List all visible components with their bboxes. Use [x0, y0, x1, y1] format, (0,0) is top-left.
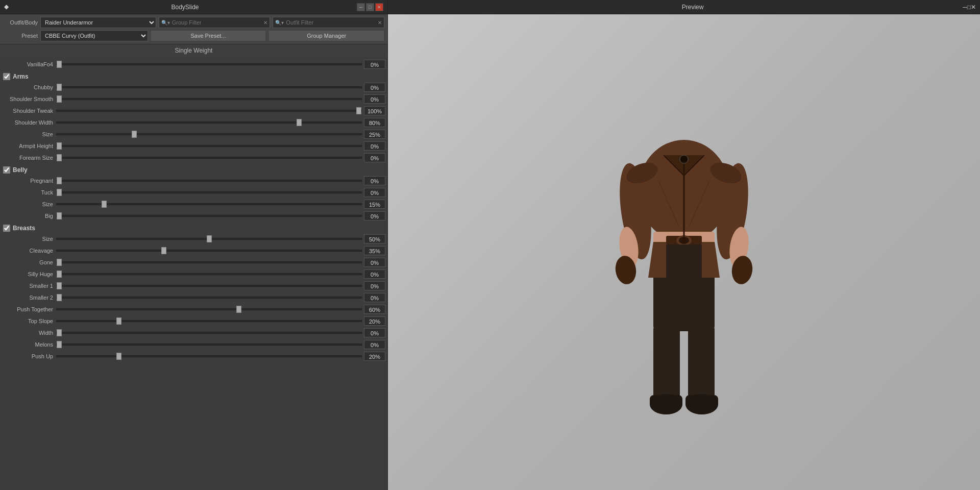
slider-track-forearm-size [56, 154, 362, 162]
slider-input-tuck[interactable] [56, 189, 362, 196]
slider-row-tuck: Tuck 0% [1, 187, 385, 198]
slider-input-armpit-height[interactable] [56, 142, 362, 150]
slider-input-push-up[interactable] [56, 353, 362, 360]
group-filter-input[interactable] [172, 19, 262, 26]
slider-row-armpit-height: Armpit Height 0% [1, 140, 385, 152]
slider-value-arms-size: 25% [364, 130, 385, 139]
slider-input-pregnant[interactable] [56, 177, 362, 184]
slider-label-melons: Melons [1, 341, 56, 348]
slider-value-shoulder-tweak: 100% [364, 106, 385, 115]
slider-row-smaller2: Smaller 2 0% [1, 292, 385, 303]
group-header-belly: Belly [1, 165, 385, 175]
slider-label-arms-size: Size [1, 131, 56, 137]
slider-input-chubby[interactable] [56, 84, 362, 91]
slider-track-armpit-height [56, 142, 362, 150]
slider-input-shoulder-smooth[interactable] [56, 95, 362, 103]
group-manager-button[interactable]: Group Manager [268, 30, 384, 41]
slider-row-vanillafo4: VanillaFo4 0% [1, 59, 385, 70]
slider-row-gone: Gone 0% [1, 257, 385, 268]
slider-value-armpit-height: 0% [364, 141, 385, 151]
left-panel: ◆ BodySlide ─ □ ✕ Outfit/Body Raider Und… [0, 0, 388, 490]
slider-track-gone [56, 258, 362, 266]
slider-track-push-up [56, 352, 362, 360]
right-panel: Preview ─ □ ✕ [388, 0, 980, 490]
slider-input-shoulder-tweak[interactable] [56, 107, 362, 114]
group-checkbox-belly[interactable] [3, 166, 10, 174]
slider-row-big: Big 0% [1, 210, 385, 222]
slider-track-shoulder-smooth [56, 95, 362, 103]
slider-track-breasts-size [56, 235, 362, 243]
slider-track-pregnant [56, 177, 362, 185]
preview-minimize-button[interactable]: ─ [963, 4, 967, 11]
slider-value-chubby: 0% [364, 83, 385, 92]
slider-input-top-slope[interactable] [56, 317, 362, 325]
outfit-filter-input[interactable] [286, 19, 376, 26]
slider-track-smaller2 [56, 293, 362, 302]
slider-input-vanillafo4[interactable] [56, 61, 362, 68]
slider-row-push-up: Push Up 20% [1, 351, 385, 362]
slider-input-push-together[interactable] [56, 306, 362, 313]
slider-row-chubby: Chubby 0% [1, 82, 385, 93]
close-button[interactable]: ✕ [375, 3, 383, 11]
group-header-breasts: Breasts [1, 223, 385, 233]
slider-input-smaller2[interactable] [56, 294, 362, 301]
slider-label-shoulder-width: Shoulder Width [1, 119, 56, 126]
preset-select[interactable]: CBBE Curvy (Outfit) [40, 30, 148, 41]
outfit-select[interactable]: Raider Underarmor [40, 17, 156, 28]
slider-label-forearm-size: Forearm Size [1, 155, 56, 161]
slider-value-forearm-size: 0% [364, 153, 385, 162]
character-svg [587, 74, 781, 431]
slider-row-melons: Melons 0% [1, 339, 385, 350]
slider-row-push-together: Push Together 60% [1, 304, 385, 315]
slider-label-cleavage: Cleavage [1, 248, 56, 254]
svg-point-19 [680, 155, 688, 163]
outfit-filter-clear[interactable]: ✕ [376, 20, 384, 26]
slider-label-silly-huge: Silly Huge [1, 271, 56, 277]
win-controls: ─ □ ✕ [356, 3, 383, 11]
slider-input-shoulder-width[interactable] [56, 119, 362, 126]
minimize-button[interactable]: ─ [357, 3, 365, 11]
group-checkbox-breasts[interactable] [3, 225, 10, 232]
restore-button[interactable]: □ [366, 3, 374, 11]
slider-input-melons[interactable] [56, 341, 362, 348]
slider-value-gone: 0% [364, 258, 385, 267]
slider-row-smaller1: Smaller 1 0% [1, 280, 385, 291]
slider-track-shoulder-tweak [56, 107, 362, 115]
slider-track-big [56, 212, 362, 220]
slider-value-width: 0% [364, 328, 385, 337]
slider-row-silly-huge: Silly Huge 0% [1, 268, 385, 280]
slider-row-cleavage: Cleavage 35% [1, 245, 385, 256]
slider-input-belly-size[interactable] [56, 201, 362, 208]
slider-value-breasts-size: 50% [364, 234, 385, 243]
group-filter-clear[interactable]: ✕ [261, 20, 270, 26]
slider-input-cleavage[interactable] [56, 247, 362, 254]
slider-input-width[interactable] [56, 329, 362, 336]
slider-label-smaller2: Smaller 2 [1, 295, 56, 301]
slider-row-belly-size: Size 15% [1, 199, 385, 210]
svg-rect-13 [688, 324, 715, 405]
slider-value-shoulder-width: 80% [364, 118, 385, 127]
slider-input-breasts-size[interactable] [56, 235, 362, 242]
slider-input-silly-huge[interactable] [56, 271, 362, 278]
slider-input-big[interactable] [56, 212, 362, 219]
slider-value-top-slope: 20% [364, 316, 385, 326]
group-checkbox-arms[interactable] [3, 73, 10, 80]
slider-track-width [56, 329, 362, 337]
scroll-area[interactable]: VanillaFo4 0% Arms Chubby 0% Shoulder Sm… [0, 57, 387, 490]
slider-label-shoulder-tweak: Shoulder Tweak [1, 108, 56, 114]
app-icon: ◆ [4, 3, 12, 11]
slider-label-shoulder-smooth: Shoulder Smooth [1, 96, 56, 102]
slider-row-shoulder-smooth: Shoulder Smooth 0% [1, 93, 385, 105]
preview-close-button[interactable]: ✕ [971, 4, 976, 11]
preview-restore-button[interactable]: □ [967, 4, 971, 11]
slider-label-big: Big [1, 213, 56, 219]
section-title: Single Weight [0, 44, 387, 57]
slider-input-forearm-size[interactable] [56, 154, 362, 161]
slider-track-arms-size [56, 130, 362, 138]
slider-input-gone[interactable] [56, 259, 362, 266]
save-preset-button[interactable]: Save Preset... [151, 30, 266, 41]
slider-label-gone: Gone [1, 259, 56, 265]
slider-input-arms-size[interactable] [56, 131, 362, 138]
slider-input-smaller1[interactable] [56, 282, 362, 289]
slider-track-cleavage [56, 247, 362, 255]
